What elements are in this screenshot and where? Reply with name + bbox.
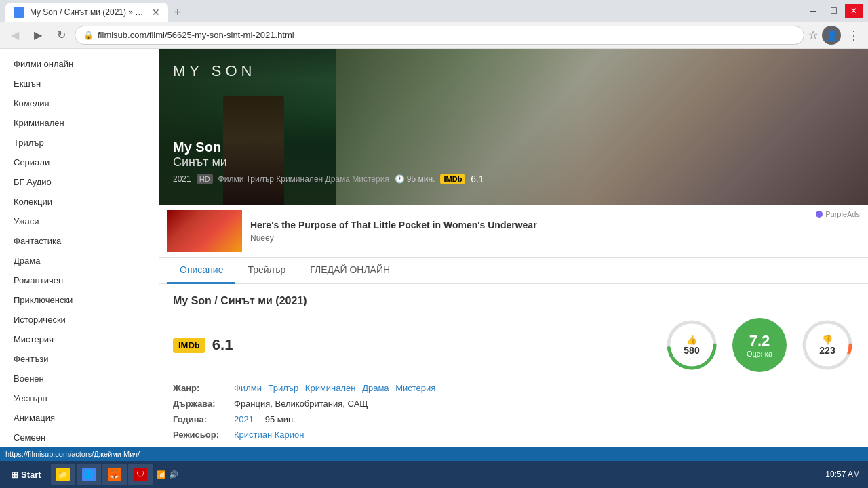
sidebar-item-voenen[interactable]: Военен <box>0 369 159 388</box>
tray-icon-2: 🔊 <box>169 470 178 479</box>
content-area: Филми онлайн Екшън Комедия Криминален Тр… <box>0 49 868 447</box>
browser-frame: My Son / Синът ми (2021) » Филми... ✕ + … <box>0 0 868 488</box>
tab-treylar[interactable]: Трейлър <box>235 258 298 284</box>
sidebar-item-animatsiya[interactable]: Анимация <box>0 408 159 428</box>
back-button[interactable]: ◀ <box>5 26 24 45</box>
imdb-score-value: 6.1 <box>212 336 233 354</box>
hero-banner: MY SON My Son Синът ми 2021 HD Филми Три… <box>159 49 868 205</box>
thumbs-up-icon: 👍 <box>684 335 699 345</box>
profile-button[interactable]: 👤 <box>822 26 841 45</box>
url-text: filmisub.com/filmi/56625-my-son-sint-mi-… <box>98 30 795 40</box>
sidebar-item-triler[interactable]: Трилър <box>0 133 159 152</box>
sidebar-item-fentazi[interactable]: Фентъзи <box>0 349 159 369</box>
secure-icon: 🔒 <box>83 30 94 40</box>
forward-button[interactable]: ▶ <box>28 26 47 45</box>
security-icon: 🛡 <box>134 468 147 481</box>
minimize-button[interactable]: ─ <box>804 4 822 18</box>
close-window-button[interactable]: ✕ <box>845 4 863 18</box>
sidebar-item-bg-audio[interactable]: БГ Аудио <box>0 172 159 192</box>
main-content: MY SON My Son Синът ми 2021 HD Филми Три… <box>159 49 868 447</box>
rating-main-circle: 7.2 Оценка <box>732 318 787 372</box>
director-row: Режисьор: Кристиан Карион <box>173 430 854 440</box>
hero-duration-text: 95 мин. <box>407 174 435 184</box>
genre-link-triler[interactable]: Трилър <box>269 383 299 393</box>
taskbar-firefox[interactable]: 🦊 <box>102 464 127 485</box>
sidebar-item-filmi-onlayn[interactable]: Филми онлайн <box>0 54 159 74</box>
genre-link-filmi[interactable]: Филми <box>234 383 262 393</box>
hero-title-block: My Son Синът ми 2021 HD Филми Трилър Кри… <box>173 140 484 184</box>
country-value: Франция, Великобритания, САЩ <box>234 399 368 409</box>
hero-title-bg: Синът ми <box>173 155 484 169</box>
genre-link-kriminalen[interactable]: Криминален <box>305 383 356 393</box>
taskbar-browser[interactable]: 🌐 <box>77 464 101 485</box>
duration-value: 95 мин. <box>265 414 296 424</box>
sidebar-item-misteriya[interactable]: Мистерия <box>0 329 159 349</box>
year-link[interactable]: 2021 <box>234 414 254 424</box>
taskbar-clock: 10:57 AM <box>820 469 865 481</box>
bookmark-button[interactable]: ☆ <box>808 28 818 41</box>
movie-info-table: Жанр: Филми Трилър Криминален Драма Мист… <box>173 383 854 447</box>
sidebar-item-seriali[interactable]: Сериали <box>0 152 159 172</box>
clock-icon: 🕐 <box>395 174 405 184</box>
genre-link-misteriya[interactable]: Мистерия <box>395 383 435 393</box>
reload-button[interactable]: ↻ <box>52 26 71 45</box>
rating-circle-bg: 7.2 Оценка <box>732 318 787 372</box>
hero-imdb-score: 6.1 <box>471 174 484 184</box>
hero-duration: 🕐 95 мин. <box>395 174 435 184</box>
sidebar-item-semeen[interactable]: Семеен <box>0 428 159 447</box>
start-label: Start <box>21 470 41 480</box>
purple-ads-dot <box>816 211 823 218</box>
start-button[interactable]: ⊞ Start <box>3 467 50 483</box>
sidebar-item-uestern[interactable]: Уестърн <box>0 388 159 408</box>
firefox-icon: 🦊 <box>108 468 121 481</box>
sidebar-item-fantastika[interactable]: Фантастика <box>0 231 159 251</box>
explorer-icon: 📁 <box>56 468 70 481</box>
ad-image <box>167 210 242 252</box>
sidebar-item-istoricheski[interactable]: Исторически <box>0 310 159 329</box>
movie-full-title: My Son / Синът ми (2021) <box>173 295 854 307</box>
director-value: Кристиан Карион <box>234 430 309 440</box>
sidebar-item-kolektsii[interactable]: Колекции <box>0 192 159 211</box>
hero-year: 2021 <box>173 174 191 184</box>
genre-link-drama[interactable]: Драма <box>362 383 389 393</box>
active-tab[interactable]: My Son / Синът ми (2021) » Филми... ✕ <box>5 3 168 22</box>
sidebar-item-drama[interactable]: Драма <box>0 251 159 270</box>
genre-value: Филми Трилър Криминален Драма Мистерия <box>234 383 439 393</box>
taskbar: ⊞ Start 📁 🌐 🦊 🛡 📶 🔊 10:57 AM <box>0 461 868 488</box>
director-link[interactable]: Кристиан Карион <box>234 430 304 440</box>
sidebar-item-komediya[interactable]: Комедия <box>0 94 159 113</box>
rating-score: 7.2 <box>749 332 770 350</box>
new-tab-button[interactable]: + <box>168 3 187 22</box>
status-url: https://filmisub.com/actors/Джейми Мич/ <box>5 450 140 458</box>
taskbar-time-value: 10:57 AM <box>825 469 860 481</box>
vote-circles: 👍 580 7.2 Оценка <box>665 318 854 372</box>
ad-banner[interactable]: Here's the Purpose of That Little Pocket… <box>159 205 868 258</box>
tray-icon-1: 📶 <box>157 470 166 479</box>
sidebar-item-uzhasi[interactable]: Ужаси <box>0 211 159 231</box>
sidebar-item-kriminalen[interactable]: Криминален <box>0 113 159 133</box>
sidebar-item-ekshn[interactable]: Екшън <box>0 74 159 94</box>
sidebar-item-priklyuchenski[interactable]: Приключенски <box>0 290 159 310</box>
tab-favicon <box>14 7 24 18</box>
chrome-menu-button[interactable]: ⋮ <box>845 25 863 45</box>
ad-source: Nueey <box>250 233 860 243</box>
imdb-rating: IMDb 6.1 <box>173 336 233 354</box>
year-label: Година: <box>173 414 234 424</box>
year-value: 2021 95 мин. <box>234 414 296 424</box>
maximize-button[interactable]: ☐ <box>825 4 842 18</box>
ad-title: Here's the Purpose of That Little Pocket… <box>250 220 860 230</box>
imdb-badge: IMDb <box>173 338 205 353</box>
address-bar[interactable]: 🔒 filmisub.com/filmi/56625-my-son-sint-m… <box>75 26 804 45</box>
country-label: Държава: <box>173 399 234 409</box>
tab-gledai-onlayn[interactable]: ГЛЕДАЙ ОНЛАЙН <box>298 258 402 284</box>
sidebar-item-romantichen[interactable]: Романтичен <box>0 270 159 290</box>
taskbar-security[interactable]: 🛡 <box>128 464 153 485</box>
tab-close-button[interactable]: ✕ <box>152 7 160 18</box>
year-row: Година: 2021 95 мин. <box>173 414 854 424</box>
ad-text-content: Here's the Purpose of That Little Pocket… <box>250 220 860 243</box>
tab-opisanie[interactable]: Описание <box>167 258 235 284</box>
hero-quality-badge: HD <box>197 174 213 184</box>
hero-metadata: 2021 HD Филми Трилър Криминален Драма Ми… <box>173 174 484 184</box>
hero-movie-logo: MY SON <box>173 62 256 80</box>
taskbar-explorer[interactable]: 📁 <box>51 464 75 485</box>
